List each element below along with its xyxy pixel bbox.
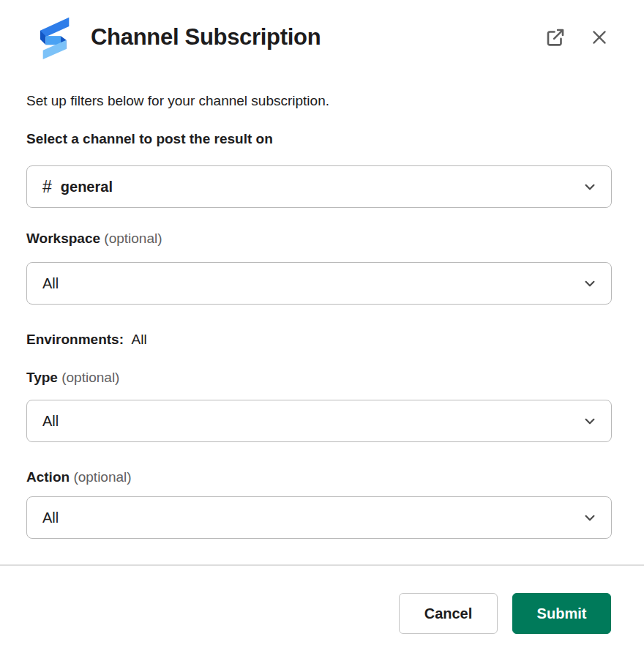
action-field-label: Action (optional) [26, 469, 612, 486]
modal-body: Set up filters below for your channel su… [0, 60, 644, 539]
chevron-down-icon [580, 274, 599, 293]
channel-subscription-modal: Channel Subscription [0, 0, 644, 653]
workspace-field-label: Workspace (optional) [26, 230, 612, 247]
action-select-value: All [42, 510, 59, 526]
workspace-select-value: All [42, 275, 59, 292]
cancel-button[interactable]: Cancel [399, 593, 498, 634]
action-select[interactable]: All [26, 496, 612, 539]
spacelift-logo-icon [26, 15, 75, 60]
environments-label: Environments: [26, 332, 124, 347]
channel-select[interactable]: # general [26, 165, 612, 208]
workspace-optional-hint: (optional) [104, 231, 162, 246]
channel-field-label: Select a channel to post the result on [26, 130, 612, 148]
channel-hash-prefix: # [42, 177, 52, 197]
chevron-down-icon [580, 411, 599, 430]
external-link-icon [544, 26, 566, 48]
workspace-select[interactable]: All [26, 262, 612, 305]
close-icon [590, 28, 609, 47]
modal-header: Channel Subscription [0, 0, 644, 60]
chevron-down-icon [580, 177, 599, 196]
environments-row: Environments: All [26, 331, 612, 348]
type-select-value: All [42, 413, 59, 430]
submit-button[interactable]: Submit [512, 593, 611, 634]
intro-text: Set up filters below for your channel su… [26, 92, 612, 110]
type-select[interactable]: All [26, 400, 612, 442]
close-button[interactable] [588, 26, 610, 48]
header-actions [543, 25, 610, 50]
type-optional-hint: (optional) [61, 370, 119, 385]
modal-title: Channel Subscription [91, 24, 543, 51]
action-optional-hint: (optional) [73, 469, 131, 485]
open-external-button[interactable] [543, 25, 568, 50]
modal-footer: Cancel Submit [0, 564, 644, 653]
type-field-label: Type (optional) [26, 369, 612, 387]
chevron-down-icon [580, 508, 599, 527]
channel-select-value: general [61, 179, 113, 195]
